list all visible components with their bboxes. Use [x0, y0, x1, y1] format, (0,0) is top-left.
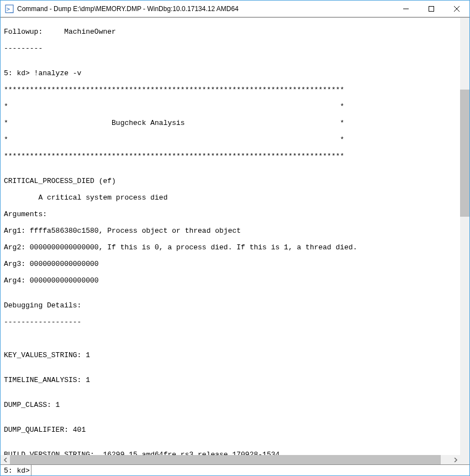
output-line: --------- [4, 44, 459, 53]
output-line: * Bugcheck Analysis * [4, 119, 459, 127]
output-line: CRITICAL_PROCESS_DIED (ef) [4, 177, 459, 185]
debug-output[interactable]: Followup: MachineOwner --------- 5: kd> … [1, 18, 460, 455]
output-line: * * [4, 135, 459, 144]
close-button[interactable] [444, 1, 469, 17]
horizontal-scrollbar[interactable] [1, 455, 460, 464]
scroll-left-arrow-icon[interactable] [1, 455, 10, 464]
prompt-label: 5: kd> [1, 465, 31, 475]
window-title: Command - Dump E:\dmp\MEMORY.DMP - WinDb… [17, 5, 393, 13]
output-line: Arg3: 0000000000000000 [4, 260, 459, 268]
output-line: Arg2: 0000000000000000, If this is 0, a … [4, 243, 459, 252]
command-input-row: 5: kd> [1, 464, 469, 475]
output-line: Debugging Details: [4, 301, 459, 310]
svg-text:>_: >_ [7, 6, 14, 13]
output-line: DUMP_QUALIFIER: 401 [4, 426, 459, 434]
minimize-button[interactable] [393, 1, 419, 17]
window-controls [393, 1, 469, 17]
output-line: Arg4: 0000000000000000 [4, 276, 459, 285]
output-line: BUILD_VERSION_STRING: 16299.15.amd64fre.… [4, 451, 459, 455]
command-input[interactable] [31, 465, 469, 475]
output-line: DUMP_CLASS: 1 [4, 401, 459, 409]
vertical-scrollbar[interactable] [460, 18, 469, 455]
scroll-corner [460, 455, 469, 464]
output-line: 5: kd> !analyze -v [4, 69, 459, 77]
maximize-button[interactable] [419, 1, 444, 17]
output-line: KEY_VALUES_STRING: 1 [4, 351, 459, 359]
output-line: ------------------ [4, 318, 459, 326]
hscroll-row [1, 455, 469, 464]
output-line: Arg1: ffffa586380c1580, Process object o… [4, 227, 459, 235]
app-icon: >_ [5, 4, 14, 13]
hscroll-track[interactable] [10, 455, 451, 464]
output-line: ****************************************… [4, 86, 459, 94]
output-line: TIMELINE_ANALYSIS: 1 [4, 376, 459, 384]
scroll-right-arrow-icon[interactable] [451, 455, 460, 464]
output-line: Followup: MachineOwner [4, 28, 459, 36]
output-line: * * [4, 102, 459, 111]
svg-rect-3 [429, 6, 434, 11]
titlebar[interactable]: >_ Command - Dump E:\dmp\MEMORY.DMP - Wi… [1, 1, 469, 17]
output-line: A critical system process died [4, 193, 459, 202]
output-wrap: Followup: MachineOwner --------- 5: kd> … [1, 18, 469, 455]
content-area: Followup: MachineOwner --------- 5: kd> … [1, 17, 469, 475]
output-line: ****************************************… [4, 152, 459, 160]
output-line: Arguments: [4, 210, 459, 218]
vertical-scroll-thumb[interactable] [460, 90, 469, 217]
horizontal-scroll-thumb[interactable] [10, 455, 441, 464]
windbg-command-window: >_ Command - Dump E:\dmp\MEMORY.DMP - Wi… [0, 0, 470, 476]
